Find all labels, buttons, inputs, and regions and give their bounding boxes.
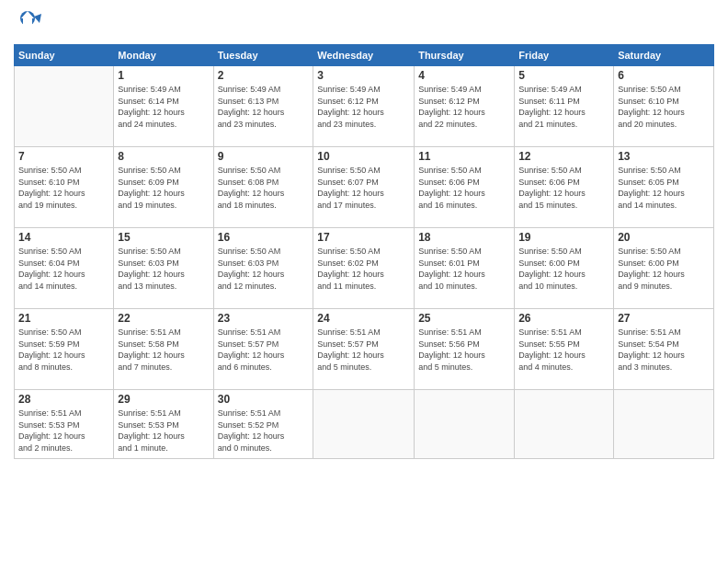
calendar-cell: 23Sunrise: 5:51 AM Sunset: 5:57 PM Dayli… <box>213 309 313 390</box>
day-number: 19 <box>518 231 609 244</box>
calendar-cell: 12Sunrise: 5:50 AM Sunset: 6:06 PM Dayli… <box>515 147 614 228</box>
calendar-cell: 17Sunrise: 5:50 AM Sunset: 6:02 PM Dayli… <box>313 228 415 309</box>
day-info: Sunrise: 5:50 AM Sunset: 6:02 PM Dayligh… <box>317 246 410 292</box>
calendar-cell <box>15 66 114 147</box>
calendar-cell: 1Sunrise: 5:49 AM Sunset: 6:14 PM Daylig… <box>114 66 213 147</box>
day-info: Sunrise: 5:51 AM Sunset: 5:53 PM Dayligh… <box>18 408 109 454</box>
logo <box>14 9 45 37</box>
day-number: 9 <box>218 150 310 163</box>
day-info: Sunrise: 5:51 AM Sunset: 5:57 PM Dayligh… <box>218 327 310 373</box>
day-info: Sunrise: 5:51 AM Sunset: 5:58 PM Dayligh… <box>118 327 209 373</box>
day-number: 7 <box>18 150 109 163</box>
day-info: Sunrise: 5:51 AM Sunset: 5:53 PM Dayligh… <box>118 408 209 454</box>
calendar-header: Tuesday <box>213 45 313 66</box>
day-number: 14 <box>18 231 109 244</box>
calendar-header: Sunday <box>15 45 114 66</box>
day-info: Sunrise: 5:49 AM Sunset: 6:12 PM Dayligh… <box>317 84 410 130</box>
calendar-cell: 18Sunrise: 5:50 AM Sunset: 6:01 PM Dayli… <box>415 228 515 309</box>
calendar-cell: 14Sunrise: 5:50 AM Sunset: 6:04 PM Dayli… <box>15 228 114 309</box>
day-info: Sunrise: 5:50 AM Sunset: 6:06 PM Dayligh… <box>518 165 609 211</box>
day-info: Sunrise: 5:49 AM Sunset: 6:14 PM Dayligh… <box>118 84 209 130</box>
calendar-cell: 8Sunrise: 5:50 AM Sunset: 6:09 PM Daylig… <box>114 147 213 228</box>
day-number: 16 <box>218 231 310 244</box>
calendar-cell: 4Sunrise: 5:49 AM Sunset: 6:12 PM Daylig… <box>415 66 515 147</box>
day-number: 22 <box>118 312 209 325</box>
day-number: 5 <box>518 69 609 82</box>
day-info: Sunrise: 5:50 AM Sunset: 6:08 PM Dayligh… <box>218 165 310 211</box>
day-info: Sunrise: 5:49 AM Sunset: 6:13 PM Dayligh… <box>218 84 310 130</box>
day-info: Sunrise: 5:50 AM Sunset: 6:10 PM Dayligh… <box>618 84 710 130</box>
calendar-cell: 27Sunrise: 5:51 AM Sunset: 5:54 PM Dayli… <box>614 309 714 390</box>
calendar-header: Thursday <box>415 45 515 66</box>
day-number: 20 <box>618 231 710 244</box>
calendar-cell: 2Sunrise: 5:49 AM Sunset: 6:13 PM Daylig… <box>213 66 313 147</box>
page: SundayMondayTuesdayWednesdayThursdayFrid… <box>0 0 728 563</box>
calendar-cell: 30Sunrise: 5:51 AM Sunset: 5:52 PM Dayli… <box>213 390 313 459</box>
day-number: 21 <box>18 312 109 325</box>
header <box>14 9 714 37</box>
day-number: 3 <box>317 69 410 82</box>
calendar-header: Monday <box>114 45 213 66</box>
calendar-header: Wednesday <box>313 45 415 66</box>
day-number: 11 <box>418 150 510 163</box>
calendar-cell <box>614 390 714 459</box>
calendar-cell: 11Sunrise: 5:50 AM Sunset: 6:06 PM Dayli… <box>415 147 515 228</box>
calendar-cell <box>313 390 415 459</box>
day-info: Sunrise: 5:49 AM Sunset: 6:11 PM Dayligh… <box>518 84 609 130</box>
day-info: Sunrise: 5:50 AM Sunset: 6:07 PM Dayligh… <box>317 165 410 211</box>
day-info: Sunrise: 5:50 AM Sunset: 6:03 PM Dayligh… <box>118 246 209 292</box>
day-number: 15 <box>118 231 209 244</box>
day-info: Sunrise: 5:50 AM Sunset: 6:09 PM Dayligh… <box>118 165 209 211</box>
day-number: 27 <box>618 312 710 325</box>
day-number: 29 <box>118 393 209 406</box>
day-number: 1 <box>118 69 209 82</box>
calendar-cell: 9Sunrise: 5:50 AM Sunset: 6:08 PM Daylig… <box>213 147 313 228</box>
calendar-cell: 20Sunrise: 5:50 AM Sunset: 6:00 PM Dayli… <box>614 228 714 309</box>
calendar: SundayMondayTuesdayWednesdayThursdayFrid… <box>14 44 714 459</box>
calendar-cell: 28Sunrise: 5:51 AM Sunset: 5:53 PM Dayli… <box>15 390 114 459</box>
day-number: 18 <box>418 231 510 244</box>
day-info: Sunrise: 5:51 AM Sunset: 5:56 PM Dayligh… <box>418 327 510 373</box>
day-info: Sunrise: 5:50 AM Sunset: 6:10 PM Dayligh… <box>18 165 109 211</box>
day-number: 2 <box>218 69 310 82</box>
day-info: Sunrise: 5:50 AM Sunset: 6:06 PM Dayligh… <box>418 165 510 211</box>
calendar-cell: 22Sunrise: 5:51 AM Sunset: 5:58 PM Dayli… <box>114 309 213 390</box>
calendar-cell: 29Sunrise: 5:51 AM Sunset: 5:53 PM Dayli… <box>114 390 213 459</box>
calendar-cell: 3Sunrise: 5:49 AM Sunset: 6:12 PM Daylig… <box>313 66 415 147</box>
day-info: Sunrise: 5:50 AM Sunset: 5:59 PM Dayligh… <box>18 327 109 373</box>
calendar-cell: 7Sunrise: 5:50 AM Sunset: 6:10 PM Daylig… <box>15 147 114 228</box>
calendar-cell <box>515 390 614 459</box>
logo-icon <box>14 9 41 37</box>
calendar-cell <box>415 390 515 459</box>
calendar-cell: 13Sunrise: 5:50 AM Sunset: 6:05 PM Dayli… <box>614 147 714 228</box>
day-info: Sunrise: 5:51 AM Sunset: 5:55 PM Dayligh… <box>518 327 609 373</box>
day-info: Sunrise: 5:51 AM Sunset: 5:52 PM Dayligh… <box>218 408 310 454</box>
day-info: Sunrise: 5:50 AM Sunset: 6:00 PM Dayligh… <box>518 246 609 292</box>
day-number: 8 <box>118 150 209 163</box>
day-info: Sunrise: 5:50 AM Sunset: 6:01 PM Dayligh… <box>418 246 510 292</box>
calendar-cell: 19Sunrise: 5:50 AM Sunset: 6:00 PM Dayli… <box>515 228 614 309</box>
day-number: 17 <box>317 231 410 244</box>
calendar-header: Saturday <box>614 45 714 66</box>
calendar-cell: 10Sunrise: 5:50 AM Sunset: 6:07 PM Dayli… <box>313 147 415 228</box>
day-number: 13 <box>618 150 710 163</box>
day-info: Sunrise: 5:49 AM Sunset: 6:12 PM Dayligh… <box>418 84 510 130</box>
day-info: Sunrise: 5:50 AM Sunset: 6:00 PM Dayligh… <box>618 246 710 292</box>
calendar-cell: 24Sunrise: 5:51 AM Sunset: 5:57 PM Dayli… <box>313 309 415 390</box>
day-number: 23 <box>218 312 310 325</box>
day-number: 30 <box>218 393 310 406</box>
calendar-cell: 15Sunrise: 5:50 AM Sunset: 6:03 PM Dayli… <box>114 228 213 309</box>
day-number: 26 <box>518 312 609 325</box>
calendar-cell: 26Sunrise: 5:51 AM Sunset: 5:55 PM Dayli… <box>515 309 614 390</box>
calendar-cell: 5Sunrise: 5:49 AM Sunset: 6:11 PM Daylig… <box>515 66 614 147</box>
day-info: Sunrise: 5:50 AM Sunset: 6:05 PM Dayligh… <box>618 165 710 211</box>
calendar-cell: 16Sunrise: 5:50 AM Sunset: 6:03 PM Dayli… <box>213 228 313 309</box>
day-number: 6 <box>618 69 710 82</box>
day-number: 24 <box>317 312 410 325</box>
day-info: Sunrise: 5:51 AM Sunset: 5:54 PM Dayligh… <box>618 327 710 373</box>
day-info: Sunrise: 5:51 AM Sunset: 5:57 PM Dayligh… <box>317 327 410 373</box>
calendar-cell: 21Sunrise: 5:50 AM Sunset: 5:59 PM Dayli… <box>15 309 114 390</box>
calendar-cell: 25Sunrise: 5:51 AM Sunset: 5:56 PM Dayli… <box>415 309 515 390</box>
calendar-header: Friday <box>515 45 614 66</box>
day-number: 4 <box>418 69 510 82</box>
